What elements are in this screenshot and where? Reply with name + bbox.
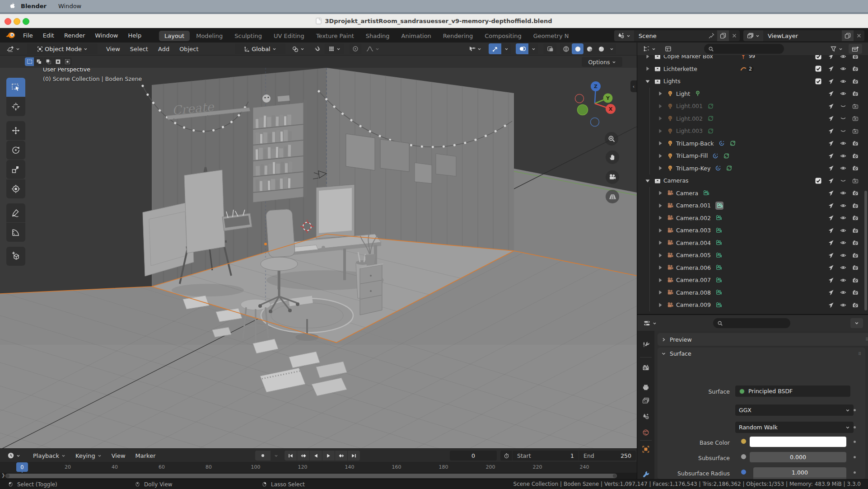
hide-viewport-icon[interactable] (840, 66, 846, 72)
disable-render-icon[interactable] (852, 202, 859, 209)
light-icon[interactable] (667, 90, 673, 97)
disable-render-icon[interactable] (852, 289, 859, 296)
expander-icon[interactable] (657, 264, 663, 271)
disable-render-icon[interactable] (852, 103, 859, 109)
outliner-item-label[interactable]: TriLamp-Back (676, 140, 714, 147)
outliner-filter-dropdown[interactable] (826, 44, 847, 54)
select-mode-extend[interactable] (34, 57, 43, 66)
hide-viewport-icon[interactable] (840, 302, 846, 308)
outliner-item-label[interactable]: Camera.006 (676, 264, 711, 271)
properties-tab-view-layer[interactable] (642, 397, 649, 404)
workspace-tab-modeling[interactable]: Modeling (191, 31, 228, 41)
expander-icon[interactable] (644, 66, 651, 72)
disable-render-icon[interactable] (852, 115, 859, 122)
expander-icon[interactable] (657, 128, 663, 134)
play-reverse-button[interactable] (310, 451, 322, 461)
transform-orientation-dropdown[interactable]: Global (235, 43, 285, 54)
light-icon[interactable] (667, 140, 673, 146)
select-mode-intersect[interactable] (63, 57, 72, 66)
properties-tab-world[interactable] (642, 429, 649, 436)
hide-viewport-icon[interactable] (840, 277, 846, 283)
next-keyframe-button[interactable] (335, 451, 347, 461)
use-preview-range-toggle[interactable] (500, 451, 512, 461)
expander-icon[interactable] (657, 190, 663, 196)
outliner-row[interactable]: Light.001 (637, 100, 868, 113)
subsurface-method-dropdown[interactable]: Random Walk (735, 422, 854, 433)
hide-viewport-icon[interactable] (840, 153, 846, 159)
pan-view-button[interactable] (606, 150, 619, 164)
collection-icon[interactable] (654, 78, 661, 85)
camera-icon[interactable] (667, 227, 673, 234)
menu-file[interactable]: File (18, 32, 38, 39)
outliner-row[interactable]: Camera.008 (637, 287, 868, 299)
outliner-item-label[interactable]: Camera.008 (676, 289, 711, 296)
outliner-item-label[interactable]: Lights (663, 78, 681, 85)
expander-icon[interactable] (657, 140, 663, 146)
auto-keying-toggle[interactable] (255, 451, 271, 461)
tool-annotate[interactable] (6, 203, 25, 222)
camera-icon[interactable] (667, 202, 673, 209)
tool-rotate[interactable] (6, 141, 25, 160)
hide-viewport-icon[interactable] (840, 264, 846, 271)
outliner-item-label[interactable]: Camera.001 (676, 202, 711, 209)
outliner-scrollbar[interactable] (864, 191, 867, 310)
outliner-row[interactable]: Light.003 (637, 125, 868, 137)
selectable-icon[interactable] (828, 66, 834, 72)
menu-render[interactable]: Render (59, 32, 90, 39)
subsurface-radius-field-1[interactable]: 1.000 (753, 467, 846, 478)
properties-options-dropdown[interactable] (850, 318, 863, 328)
disable-render-icon[interactable] (852, 190, 859, 196)
expander-icon[interactable] (657, 277, 663, 283)
disable-render-icon[interactable] (852, 78, 859, 85)
light-icon[interactable] (667, 115, 673, 122)
collection-checkbox[interactable] (815, 66, 821, 72)
workspace-tab-shading[interactable]: Shading (360, 31, 395, 41)
selectable-icon[interactable] (828, 240, 834, 246)
outliner-row[interactable]: Light.002 (637, 113, 868, 125)
outliner-row[interactable]: Lights (637, 75, 868, 88)
outliner-row[interactable]: Camera.009 (637, 299, 868, 311)
new-scene-button[interactable] (717, 30, 729, 41)
disable-render-icon[interactable] (852, 165, 859, 171)
hide-viewport-icon[interactable] (840, 289, 846, 296)
shading-material-button[interactable] (583, 43, 595, 54)
timeline-menu-keying[interactable]: Keying (70, 452, 107, 459)
collection-checkbox[interactable] (815, 55, 821, 60)
light-icon[interactable] (667, 128, 673, 134)
disable-render-icon[interactable] (852, 66, 859, 72)
light-icon[interactable] (667, 153, 673, 159)
properties-tab-scene[interactable] (642, 413, 649, 420)
selectable-icon[interactable] (828, 165, 834, 171)
outliner-item-label[interactable]: Light.001 (676, 103, 703, 109)
selectable-icon[interactable] (828, 190, 834, 196)
outliner-item-label[interactable]: Camera.005 (676, 252, 711, 259)
zoom-view-button[interactable] (605, 132, 618, 146)
shading-rendered-button[interactable] (595, 43, 607, 54)
sidebar-collapse-tab[interactable]: ‹ (630, 80, 637, 92)
collection-icon[interactable] (654, 55, 661, 60)
object-visibility-dropdown[interactable] (464, 43, 485, 54)
viewport-canvas[interactable]: Create (0, 68, 637, 448)
viewport-menu-view[interactable]: View (101, 46, 125, 52)
hide-viewport-icon[interactable] (840, 140, 846, 146)
expander-icon[interactable] (657, 165, 663, 171)
frame-end-field[interactable]: End 250 (579, 451, 636, 461)
expander-icon[interactable] (657, 227, 663, 234)
selectable-icon[interactable] (828, 90, 834, 97)
select-mode-invert[interactable] (53, 57, 62, 66)
menu-help[interactable]: Help (123, 32, 147, 39)
show-overlays-toggle[interactable] (516, 43, 528, 54)
selectable-icon[interactable] (828, 153, 834, 159)
outliner-search-input[interactable] (704, 44, 784, 54)
expander-icon[interactable] (644, 178, 651, 184)
macos-menu-blender[interactable]: Blender (21, 3, 47, 9)
animate-dot[interactable] (854, 441, 856, 443)
proportional-falloff-dropdown[interactable] (362, 43, 383, 54)
timeline-expand-arrow[interactable]: ❯ (1, 473, 5, 478)
selectable-icon[interactable] (828, 289, 834, 296)
subsurface-slider[interactable]: 0.000 (750, 452, 846, 462)
tool-measure[interactable] (6, 223, 25, 242)
disable-render-icon[interactable] (852, 153, 859, 159)
camera-icon[interactable] (667, 302, 673, 308)
selectable-icon[interactable] (828, 202, 834, 209)
